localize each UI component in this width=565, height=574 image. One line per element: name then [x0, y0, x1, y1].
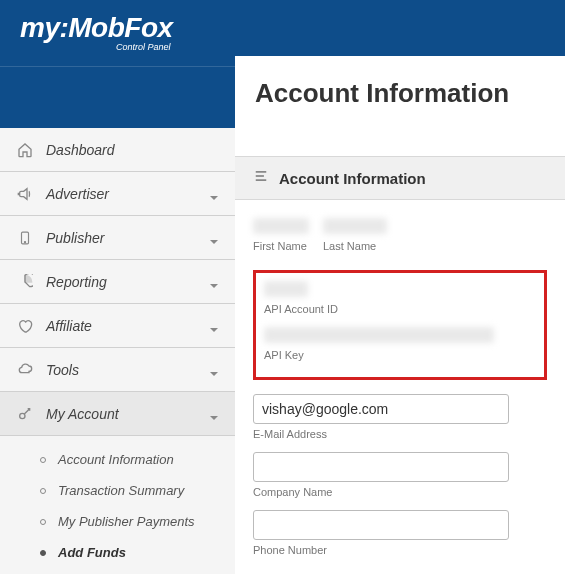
last-name-field: Last Name: [323, 218, 387, 264]
heart-icon: [16, 318, 34, 334]
home-icon: [16, 142, 34, 158]
api-key-value-redacted: [264, 327, 494, 343]
speaker-icon: [16, 186, 34, 202]
last-name-label: Last Name: [323, 240, 387, 252]
bullet-icon: [40, 550, 46, 556]
email-field[interactable]: [253, 394, 509, 424]
phone-label: Phone Number: [253, 544, 547, 556]
chevron-down-icon: [209, 277, 219, 287]
list-icon: [253, 169, 269, 187]
panel-title: Account Information: [279, 170, 426, 187]
sidebar-item-affiliate[interactable]: Affiliate: [0, 304, 235, 348]
logo-tagline: Control Panel: [116, 42, 171, 52]
nav-label: Publisher: [46, 230, 209, 246]
last-name-value-redacted: [323, 218, 387, 234]
nav-label: Dashboard: [46, 142, 219, 158]
svg-rect-5: [256, 180, 267, 181]
nav-label: My Account: [46, 406, 209, 422]
sidebar-item-tools[interactable]: Tools: [0, 348, 235, 392]
email-label: E-Mail Address: [253, 428, 547, 440]
svg-point-2: [20, 413, 25, 418]
svg-rect-3: [256, 171, 267, 172]
cloud-icon: [16, 362, 34, 378]
first-name-value-redacted: [253, 218, 309, 234]
nav-label: Advertiser: [46, 186, 209, 202]
svg-rect-4: [256, 175, 264, 176]
page-title: Account Information: [255, 78, 509, 109]
nav-label: Reporting: [46, 274, 209, 290]
chevron-down-icon: [209, 233, 219, 243]
bullet-icon: [40, 488, 46, 494]
subnav-label: Transaction Summary: [58, 483, 184, 498]
bullet-icon: [40, 457, 46, 463]
company-name-field[interactable]: [253, 452, 509, 482]
phone-number-field[interactable]: [253, 510, 509, 540]
subnav-item-publisher-payments[interactable]: My Publisher Payments: [0, 506, 235, 537]
bullet-icon: [40, 519, 46, 525]
first-name-field: First Name: [253, 218, 309, 264]
api-account-id-label: API Account ID: [264, 303, 536, 315]
svg-point-1: [24, 241, 25, 242]
nav-label: Tools: [46, 362, 209, 378]
chart-pie-icon: [16, 274, 34, 290]
api-key-label: API Key: [264, 349, 536, 361]
sidebar-item-my-account[interactable]: My Account: [0, 392, 235, 436]
sidebar-item-publisher[interactable]: Publisher: [0, 216, 235, 260]
subnav-label: Add Funds: [58, 545, 126, 560]
subnav-item-account-info[interactable]: Account Information: [0, 444, 235, 475]
logo-text: my:MobFox: [20, 12, 173, 44]
form-area: First Name Last Name API Account ID API …: [235, 200, 565, 574]
api-credentials-highlight: API Account ID API Key: [253, 270, 547, 380]
chevron-down-icon: [209, 321, 219, 331]
subnav-item-add-funds[interactable]: Add Funds: [0, 537, 235, 568]
header: my:MobFox Control Panel Account Informat…: [0, 0, 565, 128]
key-icon: [16, 406, 34, 422]
logo: my:MobFox Control Panel: [20, 12, 173, 44]
sidebar-item-dashboard[interactable]: Dashboard: [0, 128, 235, 172]
api-account-id-value-redacted: [264, 281, 308, 297]
phone-icon: [16, 230, 34, 246]
sidebar-item-reporting[interactable]: Reporting: [0, 260, 235, 304]
subnav-my-account: Account Information Transaction Summary …: [0, 436, 235, 574]
subnav-item-transaction-summary[interactable]: Transaction Summary: [0, 475, 235, 506]
subnav-label: My Publisher Payments: [58, 514, 195, 529]
chevron-down-icon: [209, 365, 219, 375]
company-label: Company Name: [253, 486, 547, 498]
sidebar: Dashboard Advertiser Publisher Reporting: [0, 128, 235, 574]
chevron-down-icon: [209, 189, 219, 199]
first-name-label: First Name: [253, 240, 309, 252]
chevron-down-icon: [209, 409, 219, 419]
main-content: Account Information First Name Last Name…: [235, 128, 565, 574]
panel-header: Account Information: [235, 156, 565, 200]
sidebar-item-advertiser[interactable]: Advertiser: [0, 172, 235, 216]
subnav-label: Account Information: [58, 452, 174, 467]
nav-label: Affiliate: [46, 318, 209, 334]
